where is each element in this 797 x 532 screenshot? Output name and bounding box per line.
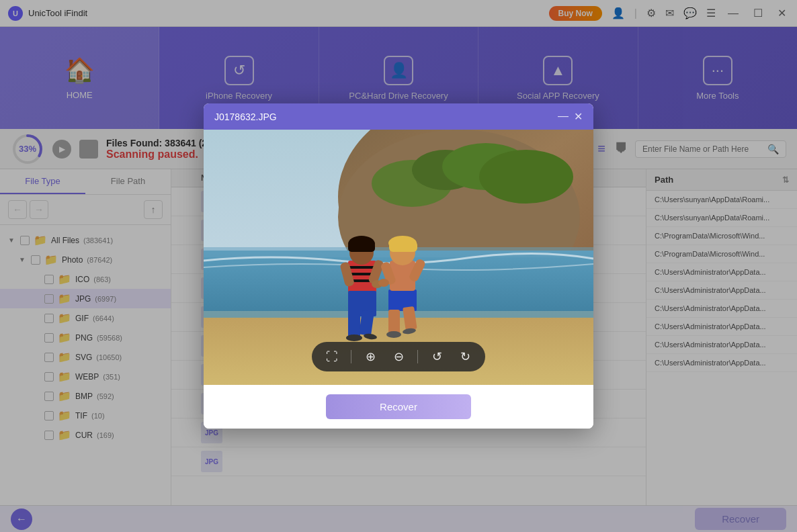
svg-point-8 xyxy=(479,150,573,204)
modal-image-toolbar: ⛶ ⊕ ⊖ ↺ ↻ xyxy=(312,342,485,371)
svg-rect-14 xyxy=(348,266,376,269)
svg-rect-23 xyxy=(348,314,360,338)
svg-point-36 xyxy=(386,331,401,338)
recover-button-modal[interactable]: Recover xyxy=(326,394,471,419)
zoom-in-button[interactable]: ⊕ xyxy=(361,347,380,366)
modal-header-buttons: — ✕ xyxy=(558,110,583,123)
rotate-left-button[interactable]: ↺ xyxy=(427,347,446,366)
svg-rect-34 xyxy=(388,310,400,334)
toolbar-separator-2 xyxy=(417,350,418,363)
rotate-right-button[interactable]: ↻ xyxy=(456,347,474,366)
modal-body: ⛶ ⊕ ⊖ ↺ ↻ Recover xyxy=(204,130,593,429)
svg-rect-19 xyxy=(348,242,375,252)
svg-rect-31 xyxy=(389,241,417,252)
svg-point-25 xyxy=(346,335,362,341)
modal-title: J0178632.JPG xyxy=(214,112,277,122)
image-preview-modal: J0178632.JPG — ✕ xyxy=(204,103,593,429)
modal-image: ⛶ ⊕ ⊖ ↺ ↻ xyxy=(204,130,593,385)
svg-point-39 xyxy=(378,279,389,287)
modal-overlay: J0178632.JPG — ✕ xyxy=(0,0,797,532)
modal-close-button[interactable]: ✕ xyxy=(574,110,583,123)
modal-header: J0178632.JPG — ✕ xyxy=(204,103,593,130)
modal-footer: Recover xyxy=(204,385,593,429)
zoom-out-button[interactable]: ⊖ xyxy=(389,347,408,366)
toolbar-separator xyxy=(351,350,351,363)
fullscreen-button[interactable]: ⛶ xyxy=(323,347,341,366)
modal-minimize-button[interactable]: — xyxy=(558,110,569,123)
